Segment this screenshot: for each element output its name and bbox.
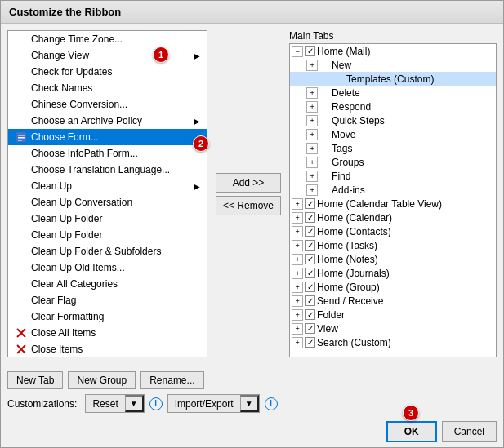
tree-item-respond[interactable]: +Respond <box>290 100 496 113</box>
tree-item-delete[interactable]: +Delete <box>290 86 496 100</box>
tree-expander-view[interactable]: + <box>292 323 303 335</box>
tree-item-tags[interactable]: +Tags <box>290 141 496 155</box>
tree-item-home-calendar-table[interactable]: +Home (Calendar Table View) <box>290 197 496 211</box>
tree-checkbox-home-group[interactable] <box>305 282 315 292</box>
ok-button[interactable]: OK <box>386 421 437 442</box>
tree-item-find[interactable]: +Find <box>290 169 496 183</box>
command-item-choose-archive-policy[interactable]: Choose an Archive Policy▶ <box>8 113 207 129</box>
tree-expander-home-mail[interactable]: − <box>292 46 303 57</box>
tree-item-new[interactable]: +New <box>290 58 496 72</box>
tree-expander-home-notes[interactable]: + <box>292 254 303 265</box>
tree-expander-find[interactable]: + <box>306 171 318 182</box>
new-tab-button[interactable]: New Tab <box>7 371 63 389</box>
tree-expander-home-tasks[interactable]: + <box>292 240 303 251</box>
command-item-clean-up-folder-subfolders[interactable]: Clean Up Folder & Subfolders <box>8 243 207 259</box>
reset-info-icon[interactable]: i <box>149 397 163 410</box>
tree-item-home-contacts[interactable]: +Home (Contacts) <box>290 224 496 238</box>
command-item-choose-infopath-form[interactable]: Choose InfoPath Form... <box>8 145 207 162</box>
rename-button[interactable]: Rename... <box>140 371 203 389</box>
tree-expander-tags[interactable]: + <box>306 143 318 154</box>
tree-item-add-ins[interactable]: +Add-ins <box>290 183 496 197</box>
tree-checkbox-search-custom[interactable] <box>305 337 315 348</box>
right-panel: Main Tabs −Home (Mail) +New Templates (C… <box>289 30 497 357</box>
tree-item-quick-steps[interactable]: +Quick Steps <box>290 113 496 127</box>
tree-item-home-tasks[interactable]: +Home (Tasks) <box>290 238 496 252</box>
command-list[interactable]: Change Time Zone...Change View▶Check for… <box>7 30 207 357</box>
command-item-clean-up-conversation[interactable]: Clean Up Conversation <box>8 194 207 211</box>
command-item-chinese-conversion[interactable]: Chinese Conversion... <box>8 96 207 113</box>
import-export-button[interactable]: Import/Export <box>168 395 240 412</box>
tree-label-find: Find <box>332 171 350 182</box>
tree-item-home-notes[interactable]: +Home (Notes) <box>290 252 496 266</box>
add-button[interactable]: Add >> <box>216 173 281 193</box>
command-item-clean-up[interactable]: Clean Up▶ <box>8 178 207 194</box>
tree-expander-respond[interactable]: + <box>306 101 318 113</box>
tree-expander-groups[interactable]: + <box>306 157 318 168</box>
tree-expander-move[interactable]: + <box>306 129 318 140</box>
tabs-tree[interactable]: −Home (Mail) +New Templates (Custom) +De… <box>289 43 497 357</box>
command-item-close-all-items[interactable]: Close All Items <box>8 325 207 341</box>
command-item-clean-up-old-items[interactable]: Clean Up Old Items... <box>8 259 207 276</box>
tree-checkbox-home-tasks[interactable] <box>305 240 315 251</box>
tree-item-folder[interactable]: +Folder <box>290 308 496 322</box>
tree-expander-home-calendar[interactable]: + <box>292 212 303 224</box>
tree-expander-home-group[interactable]: + <box>292 282 303 293</box>
annotation-1: 1 <box>153 47 169 63</box>
tree-item-home-journals[interactable]: +Home (Journals) <box>290 266 496 280</box>
tree-item-send-receive[interactable]: +Send / Receive <box>290 294 496 308</box>
tree-item-move[interactable]: +Move <box>290 127 496 141</box>
tree-expander-home-contacts[interactable]: + <box>292 226 303 237</box>
import-export-split-button[interactable]: Import/Export ▼ <box>167 394 260 413</box>
tree-item-home-mail[interactable]: −Home (Mail) <box>290 44 496 58</box>
tree-expander-search-custom[interactable]: + <box>292 337 303 348</box>
command-item-clear-flag[interactable]: Clear Flag <box>8 292 207 308</box>
tree-item-view[interactable]: +View <box>290 322 496 335</box>
tree-checkbox-folder[interactable] <box>305 309 315 320</box>
tree-item-search-custom[interactable]: +Search (Custom) <box>290 335 496 349</box>
command-item-change-view[interactable]: Change View▶ <box>8 47 207 64</box>
tree-checkbox-home-calendar[interactable] <box>305 212 315 223</box>
command-label-close-items: Close Items <box>31 344 83 355</box>
tree-label-home-group: Home (Group) <box>317 282 380 293</box>
tree-item-home-group[interactable]: +Home (Group) <box>290 280 496 294</box>
command-item-choose-form[interactable]: Choose Form... <box>8 129 207 145</box>
tree-expander-delete[interactable]: + <box>306 87 318 99</box>
reset-dropdown-arrow[interactable]: ▼ <box>125 395 144 412</box>
tree-expander-add-ins[interactable]: + <box>306 184 318 196</box>
tree-item-groups[interactable]: +Groups <box>290 155 496 169</box>
command-item-close-items[interactable]: Close Items <box>8 341 207 357</box>
reset-button[interactable]: Reset <box>86 395 124 412</box>
command-item-choose-translation-language[interactable]: Choose Translation Language... <box>8 162 207 178</box>
command-item-clean-up-folder2[interactable]: Clean Up Folder <box>8 227 207 243</box>
tree-checkbox-send-receive[interactable] <box>305 295 315 306</box>
new-group-button[interactable]: New Group <box>68 371 136 389</box>
tree-indent <box>292 101 306 113</box>
reset-split-button[interactable]: Reset ▼ <box>85 394 144 413</box>
command-item-clean-up-folder[interactable]: Clean Up Folder <box>8 211 207 227</box>
import-export-info-icon[interactable]: i <box>265 397 278 410</box>
tree-expander-new[interactable]: + <box>306 60 318 71</box>
command-icon-change-time-zone <box>15 33 28 46</box>
tree-checkbox-home-calendar-table[interactable] <box>305 198 315 209</box>
tree-expander-quick-steps[interactable]: + <box>306 115 318 126</box>
tree-checkbox-home-journals[interactable] <box>305 268 315 278</box>
tree-checkbox-view[interactable] <box>305 323 315 334</box>
tree-expander-home-calendar-table[interactable]: + <box>292 198 303 210</box>
tree-expander-home-journals[interactable]: + <box>292 268 303 279</box>
remove-button[interactable]: << Remove <box>216 196 281 215</box>
tree-checkbox-home-contacts[interactable] <box>305 226 315 237</box>
cancel-button[interactable]: Cancel <box>442 421 497 442</box>
command-item-clear-all-categories[interactable]: Clear All Categories <box>8 276 207 292</box>
tree-expander-send-receive[interactable]: + <box>292 295 303 307</box>
tree-label-quick-steps: Quick Steps <box>332 115 385 126</box>
command-item-change-time-zone[interactable]: Change Time Zone... <box>8 31 207 47</box>
tree-item-home-calendar[interactable]: +Home (Calendar) <box>290 211 496 224</box>
command-item-clear-formatting[interactable]: Clear Formatting <box>8 308 207 325</box>
tree-checkbox-home-mail[interactable] <box>305 46 315 56</box>
tree-expander-folder[interactable]: + <box>292 309 303 321</box>
import-export-dropdown-arrow[interactable]: ▼ <box>240 395 259 412</box>
tree-checkbox-home-notes[interactable] <box>305 254 315 264</box>
tree-item-templates-custom[interactable]: Templates (Custom) <box>290 72 496 86</box>
command-item-check-names[interactable]: Check Names <box>8 80 207 96</box>
command-item-check-for-updates[interactable]: Check for Updates <box>8 64 207 80</box>
